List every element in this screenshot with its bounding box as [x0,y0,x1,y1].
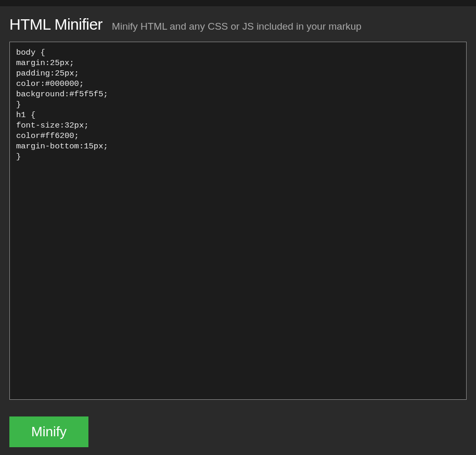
page-subtitle: Minify HTML and any CSS or JS included i… [112,21,362,32]
header: HTML Minifier Minify HTML and any CSS or… [9,16,467,33]
main-container: HTML Minifier Minify HTML and any CSS or… [0,6,476,455]
top-bar [0,0,476,6]
code-input[interactable] [9,42,467,400]
page-title: HTML Minifier [9,16,102,33]
button-row: Minify [9,416,467,447]
minify-button[interactable]: Minify [9,416,88,447]
